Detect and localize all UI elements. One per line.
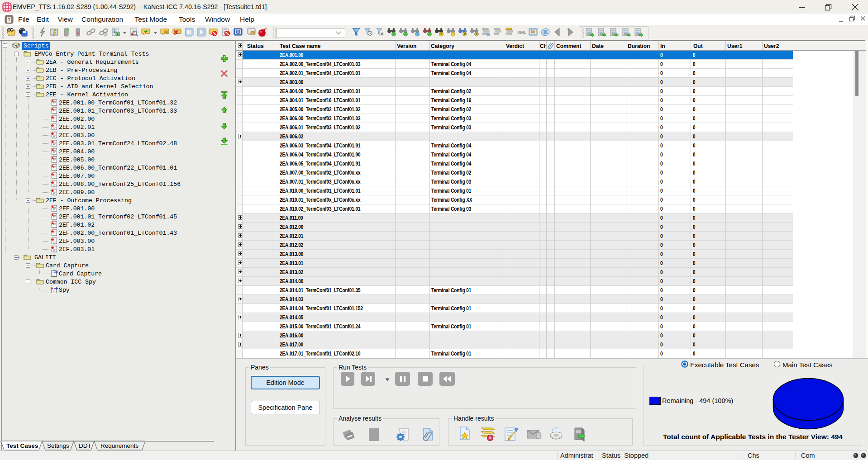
svg-text:2: 2 (440, 32, 443, 36)
svg-text:2: 2 (476, 32, 478, 36)
svg-text:XML: XML (517, 30, 526, 35)
svg-text:2: 2 (464, 32, 466, 36)
